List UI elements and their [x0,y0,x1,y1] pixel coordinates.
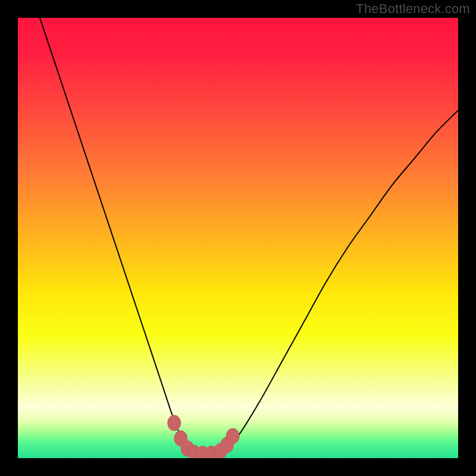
watermark-text: TheBottleneck.com [356,1,470,17]
plot-area [18,18,458,458]
optimal-marker [168,415,181,431]
bottleneck-chart [18,18,458,458]
gradient-background [18,18,458,458]
optimal-marker [226,428,239,444]
chart-frame: TheBottleneck.com [0,0,476,476]
